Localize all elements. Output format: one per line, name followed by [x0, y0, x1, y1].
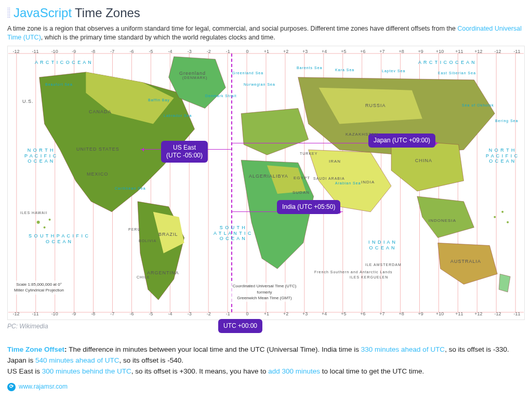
offset-p2-link1: 300 minutes behind the UTC [42, 367, 131, 375]
utc-zero-label: UTC +00:00 [223, 322, 257, 329]
site-logo-icon: ⟳ [7, 383, 16, 391]
offset-p2-link2: add 300 minutes [268, 367, 320, 375]
svg-point-31 [49, 219, 51, 221]
footer: ⟳ www.rajamsr.com [7, 382, 525, 391]
title-prefix: JavaScript [14, 4, 72, 22]
utc-zero-badge: UTC +00:00 [218, 319, 262, 333]
svg-point-34 [507, 221, 509, 223]
offset-p2c: to local time to get the UTC time. [320, 367, 424, 375]
image-credit: PC: Wikimedia [7, 322, 525, 331]
offset-p1c: , so its offset is -540. [119, 356, 183, 364]
offset-p2a: US East is [7, 367, 42, 375]
title-suffix: Time Zones [75, 4, 140, 22]
world-timezone-map: US East (UTC -05:00) Japan (UTC +09:00) … [7, 46, 525, 320]
footer-link[interactable]: www.rajamsr.com [19, 382, 68, 391]
offset-p1-link1: 330 minutes ahead of UTC [361, 345, 445, 353]
offset-p1-link2: 540 minutes ahead of UTC [35, 356, 119, 364]
offset-label: Time Zone Offset [7, 345, 64, 353]
page-title: JavaScript Time Zones [7, 4, 525, 22]
svg-point-29 [37, 221, 40, 224]
offset-explanation: Time Zone Offset: The difference in minu… [7, 344, 525, 377]
intro-post: , which is the primary time standard by … [41, 34, 275, 41]
title-ornament-icon [7, 7, 10, 19]
offset-p2b: , so its offset is +300. It means, you h… [131, 367, 269, 375]
svg-point-30 [44, 226, 46, 228]
svg-point-32 [494, 216, 496, 218]
offset-p1a: The difference in minutes between your l… [69, 345, 361, 353]
intro-pre: A time zone is a region that observes a … [7, 25, 457, 32]
svg-point-33 [501, 211, 503, 213]
map-svg [8, 46, 524, 320]
intro-paragraph: A time zone is a region that observes a … [7, 24, 525, 43]
